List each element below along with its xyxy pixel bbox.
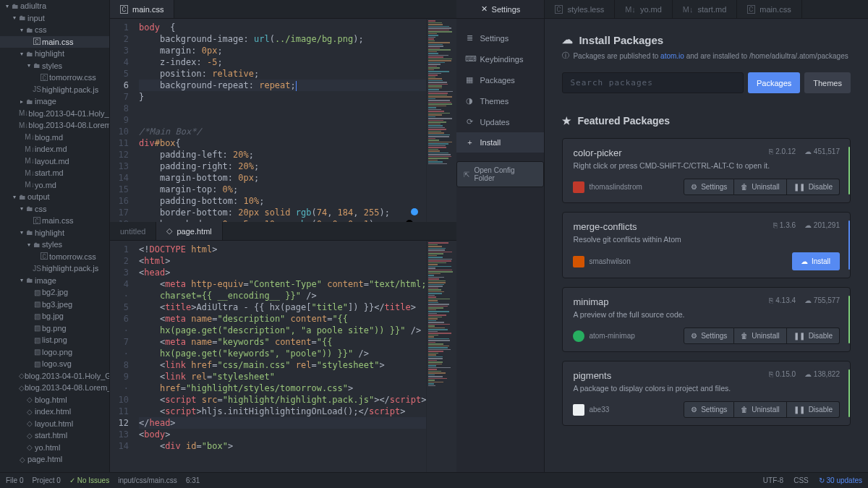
tree-item[interactable]: ◇blog.2013-04-08.Lorem_I	[0, 382, 109, 394]
status-language[interactable]: CSS	[793, 476, 809, 484]
package-name[interactable]: minimap	[573, 296, 608, 307]
tree-item[interactable]: ▾🖿highlight	[0, 227, 109, 239]
settings-nav-themes[interactable]: ◑Themes	[456, 90, 544, 111]
tree-item[interactable]: ▧bg.jpg	[0, 310, 109, 322]
settings-nav-install[interactable]: +Install	[456, 132, 544, 153]
package-author[interactable]: atom-minimap	[573, 330, 634, 342]
settings-nav-settings[interactable]: ≣Settings	[456, 27, 544, 48]
tree-item[interactable]: ▧bg2.jpg	[0, 286, 109, 299]
status-cursor-position[interactable]: 6:31	[186, 476, 200, 484]
tree-item[interactable]: M↓blog.2013-04-01.Holy_Gr	[0, 108, 109, 120]
code-editor[interactable]: 1234·56·7·89·1011121314 <!DOCTYPE html><…	[110, 241, 456, 488]
tree-item[interactable]: M↓layout.md	[0, 155, 109, 168]
tree-item[interactable]: ◇blog.html	[0, 394, 109, 406]
package-author[interactable]: smashwilson	[573, 256, 630, 267]
tree-item[interactable]: ◇page.html	[0, 453, 109, 466]
pkg-uninstall-button[interactable]: 🗑Uninstall	[734, 401, 786, 418]
settings-nav-updates[interactable]: ⟳Updates	[456, 111, 544, 132]
packages-filter-button[interactable]: Packages	[748, 72, 800, 93]
tree-item[interactable]: ▾🖿styles	[0, 60, 109, 72]
tree-item[interactable]: ▧bg.png	[0, 322, 109, 335]
tree-item[interactable]: M↓blog.md	[0, 132, 109, 144]
search-packages-input[interactable]	[562, 72, 743, 93]
status-encoding[interactable]: UTF-8	[763, 476, 783, 484]
tree-item[interactable]: M↓start.md	[0, 167, 109, 179]
package-name[interactable]: pigments	[573, 370, 611, 381]
nav-icon: ◑	[465, 96, 474, 106]
pkg-settings-button[interactable]: ⚙Settings	[684, 179, 734, 195]
tree-item[interactable]: ◇layout.html	[0, 418, 109, 430]
tab-bar[interactable]: untitled◇page.html	[110, 222, 456, 241]
tab-bar[interactable]: 🄲styles.lessM↓yo.mdM↓start.md🄲main.css	[545, 0, 868, 19]
packages-pane: 🄲styles.lessM↓yo.mdM↓start.md🄲main.css ☁…	[545, 0, 868, 488]
tree-item[interactable]: ▾🖿highlight	[0, 48, 109, 60]
pkg-uninstall-button[interactable]: 🗑Uninstall	[734, 328, 786, 344]
tab-bar[interactable]: 🄲main.css	[110, 0, 456, 19]
tree-item[interactable]: M↓yo.md	[0, 179, 109, 192]
tree-item[interactable]: ▾🖿adiultra	[0, 0, 109, 12]
pkg-settings-button[interactable]: ⚙Settings	[684, 401, 734, 418]
package-name[interactable]: color-picker	[573, 147, 621, 158]
tree-item[interactable]: M↓index.md	[0, 143, 109, 155]
pkg-uninstall-button[interactable]: 🗑Uninstall	[734, 179, 786, 195]
tree-item[interactable]: ◇yo.html	[0, 442, 109, 454]
settings-nav-packages[interactable]: ▦Packages	[456, 69, 544, 90]
editor-tab[interactable]: 🄲styles.less	[545, 0, 615, 18]
tree-item[interactable]: 🄲main.css	[0, 36, 109, 48]
tree-item[interactable]: M↓blog.2013-04-08.Lorem_I	[0, 119, 109, 132]
tree-item[interactable]: ▾🖿input	[0, 12, 109, 25]
status-project[interactable]: Project 0	[32, 476, 60, 484]
editor-tab[interactable]: untitled	[110, 222, 156, 240]
tree-item[interactable]: ▾🖿css	[0, 203, 109, 215]
tree-item[interactable]: ▸🖿image	[0, 95, 109, 108]
code-editor[interactable]: 123456789101112131415161718 body { backg…	[110, 19, 456, 222]
editor-tab[interactable]: 🄲main.css	[737, 0, 801, 18]
editor-tab[interactable]: ◇page.html	[156, 222, 222, 240]
tree-item[interactable]: ▧bg3.jpeg	[0, 299, 109, 311]
pkg-disable-button[interactable]: ❚❚Disable	[787, 401, 840, 418]
download-count: ☁ 138,822	[804, 370, 840, 378]
tree-item[interactable]: 🄲tomorrow.css	[0, 72, 109, 84]
status-path[interactable]: input/css/main.css	[118, 476, 177, 484]
package-author[interactable]: thomaslindstrom	[573, 181, 642, 193]
package-meta: ⎘ 1.3.6 ☁ 201,291	[773, 221, 840, 229]
minimap[interactable]	[426, 19, 456, 222]
tree-item[interactable]: 🄲main.css	[0, 215, 109, 227]
editor-tab[interactable]: M↓start.md	[673, 0, 737, 18]
tree-item[interactable]: ▾🖿image	[0, 275, 109, 287]
pkg-disable-button[interactable]: ❚❚Disable	[787, 179, 840, 195]
code-source[interactable]: body { background-image: url(../image/bg…	[135, 19, 426, 222]
pkg-disable-button[interactable]: ❚❚Disable	[787, 328, 840, 344]
install-button[interactable]: ☁Install	[792, 252, 840, 270]
tree-item[interactable]: ◇start.html	[0, 429, 109, 442]
settings-title-label: Settings	[492, 5, 521, 14]
tree-item[interactable]: ▾🖿styles	[0, 239, 109, 251]
tree-item[interactable]: JShighlight.pack.js	[0, 262, 109, 275]
tree-item[interactable]: ▾🖿output	[0, 191, 109, 203]
code-source[interactable]: <!DOCTYPE html><html><head> <meta http-e…	[135, 241, 426, 488]
package-name[interactable]: merge-conflicts	[573, 221, 637, 232]
tree-item[interactable]: ▧logo.png	[0, 346, 109, 359]
pkg-settings-button[interactable]: ⚙Settings	[684, 328, 734, 344]
file-tree[interactable]: ▾🖿adiultra▾🖿input▾🖿css🄲main.css▾🖿highlig…	[0, 0, 110, 488]
tree-item[interactable]: ▧logo.svg	[0, 358, 109, 370]
status-issues[interactable]: ✓ No Issues	[69, 476, 109, 484]
open-config-folder-button[interactable]: ⇱ Open Config Folder	[456, 161, 544, 187]
status-file[interactable]: File 0	[6, 476, 23, 484]
editor-tab[interactable]: 🄲main.css	[110, 0, 174, 18]
status-updates[interactable]: ↻ 30 updates	[819, 476, 862, 484]
atom-io-link[interactable]: atom.io	[660, 52, 684, 60]
editor-tab[interactable]: M↓yo.md	[615, 0, 673, 18]
minimap[interactable]	[426, 241, 456, 488]
settings-nav-keybindings[interactable]: ⌨Keybindings	[456, 48, 544, 69]
cloud-download-icon: ☁	[801, 257, 808, 265]
tree-item[interactable]: JShighlight.pack.js	[0, 84, 109, 96]
tree-item[interactable]: ▾🖿css	[0, 24, 109, 36]
version-badge: ⎘ 2.0.12	[769, 147, 796, 155]
tree-item[interactable]: ▧list.png	[0, 334, 109, 346]
tree-item[interactable]: ◇blog.2013-04-01.Holy_Gr	[0, 370, 109, 382]
tree-item[interactable]: 🄲tomorrow.css	[0, 251, 109, 263]
tree-item[interactable]: ◇index.html	[0, 406, 109, 418]
package-author[interactable]: abe33	[573, 404, 609, 416]
themes-filter-button[interactable]: Themes	[804, 72, 851, 93]
